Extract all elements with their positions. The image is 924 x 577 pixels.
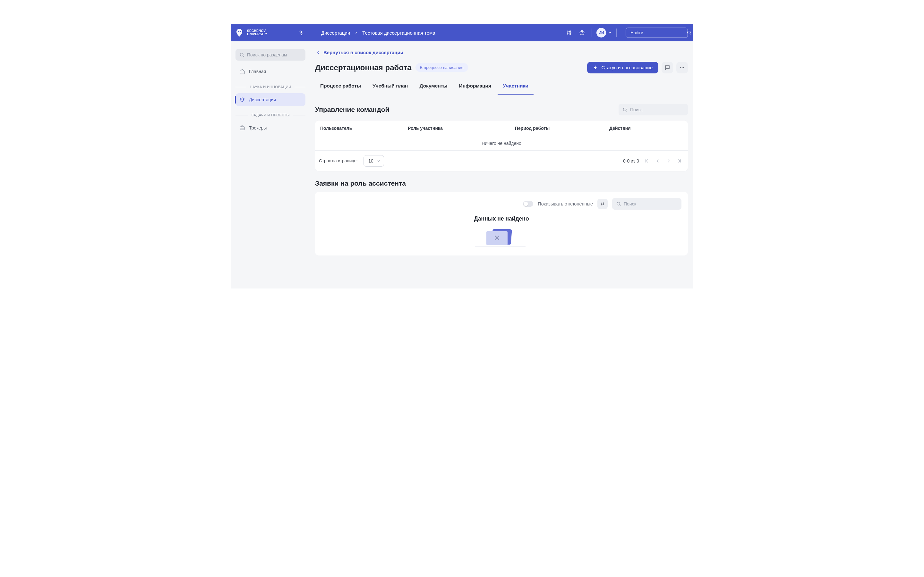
brand-logo[interactable]: SECHENOV UNIVERSITY	[234, 27, 267, 38]
svg-point-2	[567, 33, 568, 34]
sort-icon	[600, 201, 605, 206]
page-next-button[interactable]	[664, 156, 673, 165]
col-role: Роль участника	[408, 126, 515, 131]
graduation-cap-icon	[239, 97, 245, 103]
back-to-list-link[interactable]: Вернуться в список диссертаций	[315, 50, 403, 55]
breadcrumb: Диссертации Тестовая диссертационная тем…	[321, 30, 435, 35]
empty-folder-icon: ✕	[486, 229, 517, 247]
topbar: SECHENOV UNIVERSITY Диссертации Тестовая…	[231, 24, 693, 41]
svg-point-12	[624, 108, 626, 111]
team-table-header: Пользователь Роль участника Период работ…	[315, 121, 688, 136]
team-search-input[interactable]	[630, 107, 686, 112]
svg-point-6	[688, 31, 690, 34]
chevron-down-icon	[608, 31, 612, 35]
sidebar-section-tasks: ЗАДАЧИ И ПРОЕКТЫ	[236, 113, 305, 117]
page-prev-button[interactable]	[653, 156, 662, 165]
show-rejected-label: Показывать отклонённые	[538, 201, 593, 206]
sidebar-item-home[interactable]: Главная	[236, 65, 305, 78]
chevron-down-icon	[376, 159, 381, 163]
svg-point-9	[680, 67, 681, 68]
page-first-button[interactable]	[642, 156, 651, 165]
rows-per-page-label: Строк на странице:	[319, 158, 358, 163]
more-actions-button[interactable]	[676, 62, 688, 73]
svg-point-7	[240, 53, 243, 56]
col-period: Период работы	[515, 126, 609, 131]
tab-members[interactable]: Участники	[502, 81, 529, 95]
browser-blank-area	[231, 0, 693, 24]
sidebar-item-label: Трекеры	[249, 125, 267, 131]
sidebar-item-trackers[interactable]: Трекеры	[236, 121, 305, 134]
briefcase-icon	[239, 125, 245, 131]
tab-docs[interactable]: Документы	[419, 81, 448, 95]
team-table-footer: Строк на странице: 10 0-0 из 0	[315, 150, 688, 171]
svg-point-11	[683, 67, 684, 68]
back-link-label: Вернуться в список диссертаций	[323, 50, 403, 55]
team-search[interactable]	[619, 104, 688, 115]
search-icon	[687, 30, 692, 35]
requests-section-title: Заявки на роль ассистента	[315, 179, 688, 187]
team-empty-state: Ничего не найдено	[315, 136, 688, 150]
global-search-input[interactable]	[630, 30, 687, 35]
bolt-icon	[593, 65, 598, 70]
sidebar-search-input[interactable]	[247, 52, 303, 57]
sidebar: Главная НАУКА И ИННОВАЦИИ Диссертации ЗА…	[231, 41, 310, 265]
status-approval-button[interactable]: Статус и согласование	[587, 62, 658, 73]
team-table-card: Пользователь Роль участника Период работ…	[315, 121, 688, 171]
page-last-button[interactable]	[675, 156, 684, 165]
user-menu[interactable]: ИИ	[596, 28, 612, 37]
chevron-right-icon	[355, 31, 358, 34]
sidebar-search[interactable]	[236, 49, 305, 61]
status-badge: В процессе написания	[415, 63, 468, 72]
brand-mark-icon	[234, 27, 244, 38]
page-title: Диссертационная работа	[315, 63, 412, 72]
comments-button[interactable]	[662, 62, 673, 73]
tab-process[interactable]: Процесс работы	[320, 81, 362, 95]
rows-per-page-select[interactable]: 10	[363, 155, 384, 167]
global-search[interactable]	[626, 27, 688, 38]
svg-point-4	[570, 32, 571, 33]
settings-sliders-button[interactable]	[564, 27, 574, 38]
tabs: Процесс работы Учебный план Документы Ин…	[315, 81, 688, 95]
sort-button[interactable]	[598, 199, 607, 209]
chat-icon	[664, 65, 670, 71]
rows-per-page-value: 10	[368, 158, 373, 163]
breadcrumb-root[interactable]: Диссертации	[321, 30, 350, 35]
svg-point-3	[569, 31, 570, 32]
button-label: Статус и согласование	[601, 65, 653, 70]
col-actions: Действия	[609, 126, 683, 131]
svg-point-1	[240, 31, 241, 32]
svg-point-10	[682, 67, 683, 68]
requests-search[interactable]	[612, 198, 682, 210]
search-icon	[622, 107, 628, 112]
tab-info[interactable]: Информация	[459, 81, 492, 95]
avatar: ИИ	[596, 28, 606, 37]
brand-text: SECHENOV UNIVERSITY	[247, 29, 267, 36]
show-rejected-toggle[interactable]	[523, 201, 533, 207]
pin-sidebar-button[interactable]	[296, 27, 306, 38]
topbar-divider	[591, 29, 592, 37]
col-user: Пользователь	[320, 126, 408, 131]
search-icon	[239, 52, 244, 57]
requests-search-input[interactable]	[624, 201, 680, 206]
ellipsis-icon	[679, 65, 685, 71]
search-icon	[616, 201, 621, 206]
svg-point-13	[617, 202, 620, 205]
tab-plan[interactable]: Учебный план	[372, 81, 409, 95]
pagination: 0-0 из 0	[623, 156, 684, 165]
chevron-left-icon	[317, 51, 320, 55]
requests-card: Показывать отклонённые Данных не найдено	[315, 192, 688, 255]
home-icon	[239, 69, 245, 74]
topbar-divider	[616, 29, 617, 37]
pagination-info: 0-0 из 0	[623, 158, 639, 163]
help-button[interactable]	[577, 27, 587, 38]
requests-empty-title: Данных не найдено	[321, 215, 682, 222]
team-section-title: Управление командой	[315, 106, 389, 113]
main-content: Вернуться в список диссертаций Диссертац…	[310, 41, 693, 265]
sidebar-item-dissertations[interactable]: Диссертации	[236, 93, 305, 106]
sidebar-item-label: Главная	[249, 69, 266, 74]
sidebar-item-label: Диссертации	[249, 97, 276, 102]
breadcrumb-current: Тестовая диссертационная тема	[362, 30, 435, 35]
svg-point-0	[238, 31, 239, 32]
sidebar-section-science: НАУКА И ИННОВАЦИИ	[236, 85, 305, 89]
